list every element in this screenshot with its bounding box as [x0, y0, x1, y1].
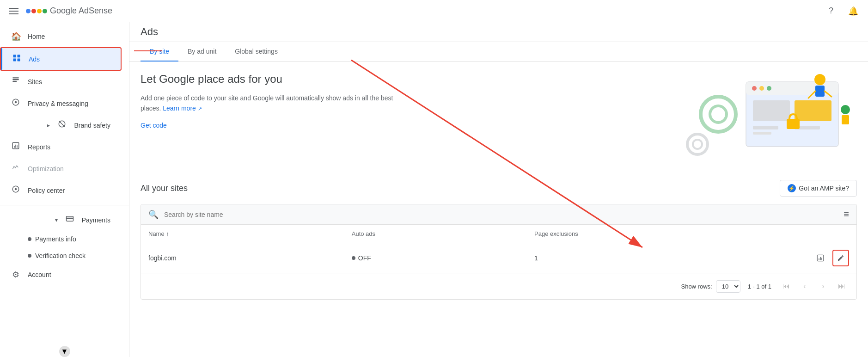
svg-point-36 — [693, 140, 702, 149]
svg-point-24 — [759, 86, 764, 91]
promo-illustration — [672, 73, 857, 165]
logo-dots — [26, 9, 47, 13]
next-page-button[interactable]: › — [816, 279, 831, 294]
svg-point-16 — [15, 188, 17, 191]
status-off-container: OFF — [352, 254, 520, 262]
last-page-button[interactable]: ⏭ — [834, 279, 849, 294]
site-name: fogbi.com — [141, 243, 344, 273]
amp-icon: ⚡ — [788, 184, 796, 192]
promo-title: Let Google place ads for you — [141, 73, 409, 86]
logo-dot-red — [31, 9, 36, 13]
top-bar-right: ? 🔔 — [824, 4, 861, 18]
top-bar-left: Google AdSense — [7, 6, 112, 16]
sidebar-item-home[interactable]: 🏠 Home — [0, 26, 122, 47]
svg-rect-29 — [753, 132, 771, 135]
svg-point-19 — [701, 97, 736, 132]
app-name: Google AdSense — [50, 6, 112, 16]
payments-icon — [65, 215, 74, 225]
learn-more-link[interactable]: Learn more ↗ — [163, 105, 202, 112]
tabs-container: By site By ad unit Global settings — [129, 42, 868, 62]
row-actions — [812, 250, 849, 266]
brand-safety-icon — [57, 120, 67, 130]
svg-rect-13 — [15, 145, 16, 148]
help-icon[interactable]: ? — [824, 4, 838, 18]
svg-rect-28 — [753, 126, 778, 129]
col-auto-ads: Auto ads — [344, 225, 527, 243]
privacy-icon — [11, 98, 20, 109]
svg-line-10 — [59, 121, 65, 127]
table-header: Name ↑ Auto ads Page exclusions — [141, 225, 856, 243]
tab-by-site[interactable]: By site — [141, 42, 178, 62]
account-icon: ⚙ — [11, 270, 20, 280]
tab-by-ad-unit[interactable]: By ad unit — [178, 42, 226, 62]
main-layout: 🏠 Home Ads Sites Privacy & messaging ▸ — [0, 22, 868, 357]
get-code-button[interactable]: Get code — [141, 122, 167, 129]
logo-dot-blue — [26, 9, 31, 13]
amp-button[interactable]: ⚡ Got an AMP site? — [780, 180, 857, 197]
policy-icon — [11, 185, 20, 196]
sidebar-item-policy-center[interactable]: Policy center — [0, 179, 122, 201]
sites-header: All your sites ⚡ Got an AMP site? — [141, 180, 857, 197]
main-content: Ads By site By ad unit Global settings L… — [129, 22, 868, 357]
svg-rect-39 — [842, 115, 849, 124]
sidebar-item-brand-safety[interactable]: ▸ Brand safety — [0, 114, 122, 136]
sidebar-subitem-verification-check[interactable]: Verification check — [0, 247, 129, 264]
row-actions-cell — [805, 243, 856, 273]
promo-text: Let Google place ads for you Add one pie… — [141, 73, 409, 129]
reports-icon — [11, 142, 20, 152]
col-actions — [805, 225, 856, 243]
sidebar-item-account[interactable]: ⚙ Account — [0, 264, 122, 285]
svg-rect-37 — [787, 119, 800, 129]
svg-point-25 — [767, 86, 771, 91]
rows-per-page-select[interactable]: 10 25 50 — [716, 280, 740, 293]
sidebar-item-optimization: Optimization — [0, 158, 122, 179]
promo-description: Add one piece of code to your site and G… — [141, 93, 409, 114]
search-icon: 🔍 — [148, 209, 159, 220]
sidebar-divider — [0, 205, 129, 205]
table-row: fogbi.com OFF 1 — [141, 243, 856, 273]
page-title: Ads — [129, 22, 868, 42]
table-body: fogbi.com OFF 1 — [141, 243, 856, 273]
edit-button[interactable] — [832, 250, 849, 266]
sidebar-item-payments[interactable]: ▾ Payments — [0, 209, 122, 231]
sidebar-item-reports[interactable]: Reports — [0, 136, 122, 158]
prev-page-button[interactable]: ‹ — [797, 279, 812, 294]
svg-point-31 — [814, 74, 825, 85]
search-input[interactable] — [164, 211, 838, 218]
sidebar-item-sites[interactable]: Sites — [0, 71, 122, 92]
auto-ads-value: OFF — [358, 254, 371, 262]
sites-section-title: All your sites — [141, 184, 188, 193]
svg-rect-3 — [18, 59, 20, 62]
ads-icon — [12, 54, 21, 64]
sites-icon — [11, 76, 20, 87]
first-page-button[interactable]: ⏮ — [779, 279, 794, 294]
svg-rect-41 — [819, 259, 819, 260]
svg-point-8 — [15, 101, 17, 104]
tab-global-settings[interactable]: Global settings — [226, 42, 287, 62]
hamburger-menu[interactable] — [7, 6, 20, 16]
sidebar-item-privacy[interactable]: Privacy & messaging — [0, 92, 122, 114]
show-rows-label: Show rows: 10 25 50 — [681, 280, 740, 293]
notifications-icon[interactable]: 🔔 — [846, 4, 861, 18]
logo: Google AdSense — [26, 6, 112, 16]
sidebar-subitem-payments-info[interactable]: Payments info — [0, 231, 129, 247]
content-body: Let Google place ads for you Add one pie… — [129, 62, 868, 311]
svg-rect-2 — [13, 59, 16, 62]
svg-rect-14 — [17, 145, 18, 148]
stats-button[interactable] — [812, 250, 829, 266]
filter-icon[interactable]: ≡ — [844, 209, 849, 220]
col-name[interactable]: Name ↑ — [141, 225, 344, 243]
payments-info-dot — [28, 237, 31, 241]
svg-point-20 — [710, 106, 727, 123]
svg-rect-12 — [14, 146, 15, 148]
svg-rect-26 — [753, 100, 790, 121]
brand-safety-expand-icon: ▸ — [47, 122, 50, 129]
promo-section: Let Google place ads for you Add one pie… — [141, 73, 857, 165]
svg-rect-1 — [18, 55, 20, 57]
sites-table: Name ↑ Auto ads Page exclusions fogbi.co… — [141, 225, 856, 273]
svg-point-38 — [841, 105, 850, 114]
sites-table-container: 🔍 ≡ Name ↑ Auto ads Page exclusions — [141, 204, 857, 300]
sidebar-item-ads[interactable]: Ads — [0, 47, 122, 71]
svg-point-35 — [687, 134, 708, 154]
sidebar-scroll-down[interactable]: ▼ — [59, 346, 70, 357]
